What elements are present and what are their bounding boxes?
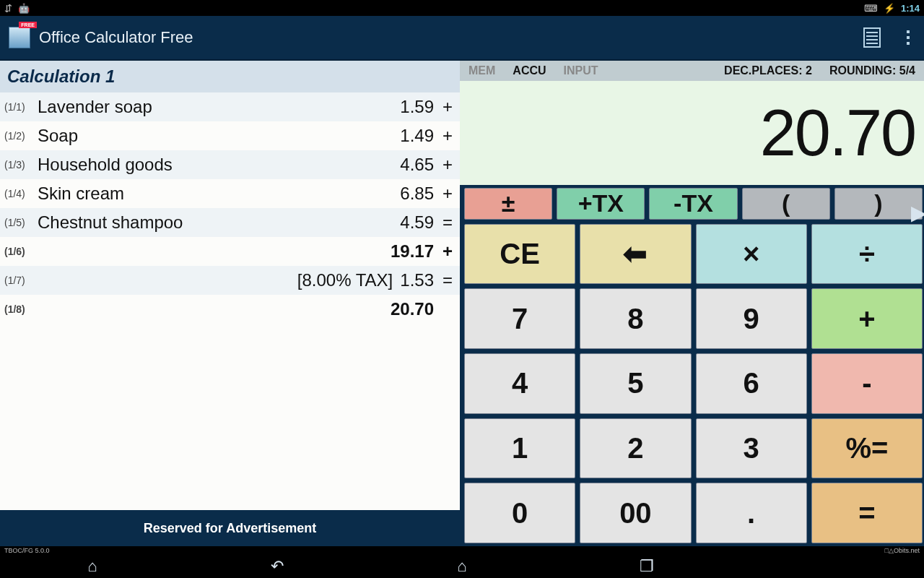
- android-icon: 🤖: [18, 3, 30, 14]
- digit-00-button[interactable]: 00: [580, 483, 691, 543]
- app-title: Office Calculator Free: [39, 28, 855, 47]
- tape-row[interactable]: (1/3)Household goods4.65+: [0, 150, 460, 179]
- digit-7-button[interactable]: 7: [464, 288, 575, 349]
- tape-row-label: Soap: [38, 126, 393, 146]
- multiply-button[interactable]: ×: [696, 224, 807, 285]
- digit-4-button[interactable]: 4: [464, 353, 575, 414]
- info-bar: MEM ACCU INPUT DEC.PLACES: 2 ROUNDING: 5…: [460, 61, 924, 81]
- plus-button[interactable]: +: [811, 288, 923, 349]
- tape-row-label: Lavender soap: [38, 97, 393, 117]
- nav-recent-button[interactable]: ❐: [625, 557, 668, 576]
- decimal-button[interactable]: .: [696, 483, 807, 543]
- app-icon: FREE: [9, 27, 30, 48]
- usb-icon: ⇵: [4, 3, 12, 14]
- keypad-next-icon[interactable]: ▶: [912, 191, 924, 234]
- tape-row-operator: +: [434, 97, 453, 117]
- tape-row-index: (1/4): [4, 188, 38, 199]
- tape-row-value: 4.59: [400, 212, 434, 233]
- tape-row-operator: +: [434, 155, 453, 175]
- info-accu[interactable]: ACCU: [504, 64, 554, 77]
- tape-row-note: [8.00% TAX]: [297, 270, 393, 290]
- digit-5-button[interactable]: 5: [580, 353, 691, 414]
- backspace-button[interactable]: ⬅: [580, 224, 691, 285]
- battery-icon: ⚡: [884, 3, 895, 14]
- tape-row[interactable]: (1/6)19.17+: [0, 237, 460, 266]
- tape-row-value: 4.65: [400, 155, 434, 175]
- tape-row-index: (1/8): [4, 303, 38, 315]
- footer-version: TBOC/FG 5.0.0: [4, 547, 50, 554]
- tape-row-label: Skin cream: [38, 184, 393, 204]
- overflow-menu-icon[interactable]: [901, 30, 915, 45]
- tape-row[interactable]: (1/8)20.70: [0, 295, 460, 324]
- app-bar: FREE Office Calculator Free: [0, 16, 924, 61]
- tape-rows[interactable]: (1/1)Lavender soap1.59+(1/2)Soap1.49+(1/…: [0, 92, 460, 510]
- tape-toggle-icon[interactable]: [863, 27, 881, 48]
- tape-row[interactable]: (1/4)Skin cream6.85+: [0, 179, 460, 208]
- digit-3-button[interactable]: 3: [696, 418, 807, 479]
- tape-row-value: 19.17: [391, 241, 434, 262]
- free-badge: FREE: [19, 22, 37, 28]
- tape-row-value: 20.70: [391, 299, 434, 319]
- footer-credit: □△Obits.net: [885, 547, 920, 554]
- tape-row-value: 1.53: [400, 270, 434, 290]
- digit-8-button[interactable]: 8: [580, 288, 691, 349]
- tape-row-operator: =: [434, 270, 453, 290]
- tape-row-index: (1/5): [4, 217, 38, 228]
- plus-tax-button[interactable]: +TX: [557, 188, 645, 220]
- tape-row-operator: =: [434, 212, 453, 233]
- tape-row[interactable]: (1/7)[8.00% TAX]1.53=: [0, 266, 460, 295]
- minus-tax-button[interactable]: -TX: [649, 188, 737, 220]
- tape-panel: Calculation 1 (1/1)Lavender soap1.59+(1/…: [0, 61, 460, 546]
- tape-row-index: (1/7): [4, 275, 38, 286]
- tape-row-index: (1/1): [4, 101, 38, 113]
- percent-equal-button[interactable]: %=: [811, 418, 923, 479]
- rparen-button[interactable]: ): [834, 188, 923, 220]
- footer-bar: TBOC/FG 5.0.0 □△Obits.net: [0, 546, 924, 555]
- minus-button[interactable]: -: [811, 353, 923, 414]
- tape-row-value: 6.85: [400, 184, 434, 204]
- digit-1-button[interactable]: 1: [464, 418, 575, 479]
- info-mem[interactable]: MEM: [460, 64, 504, 77]
- calculator-panel: MEM ACCU INPUT DEC.PLACES: 2 ROUNDING: 5…: [460, 61, 924, 546]
- nav-drawer-button[interactable]: ⌂: [71, 557, 114, 576]
- tape-row[interactable]: (1/5)Chestnut shampoo4.59=: [0, 208, 460, 237]
- tape-row-label: Chestnut shampoo: [38, 212, 393, 233]
- divide-button[interactable]: ÷: [811, 224, 923, 285]
- android-status-bar: ⇵ 🤖 ⌨ ⚡ 1:14: [0, 0, 924, 16]
- equals-button[interactable]: =: [811, 483, 923, 543]
- nav-home-button[interactable]: ⌂: [440, 557, 484, 576]
- main-content: Calculation 1 (1/1)Lavender soap1.59+(1/…: [0, 61, 924, 546]
- ad-placeholder: Reserved for Advertisement: [0, 510, 460, 546]
- tape-row-label: Household goods: [38, 155, 393, 175]
- calculation-title[interactable]: Calculation 1: [0, 61, 460, 92]
- tape-row-index: (1/6): [4, 246, 38, 257]
- digit-0-button[interactable]: 0: [464, 483, 575, 543]
- plus-minus-button[interactable]: ±: [464, 188, 552, 220]
- tape-row-index: (1/2): [4, 130, 38, 142]
- tape-row[interactable]: (1/2)Soap1.49+: [0, 121, 460, 150]
- lparen-button[interactable]: (: [742, 188, 830, 220]
- digit-6-button[interactable]: 6: [696, 353, 807, 414]
- digit-9-button[interactable]: 9: [696, 288, 807, 349]
- tape-row-operator: +: [434, 126, 453, 146]
- info-rounding[interactable]: ROUNDING: 5/4: [821, 64, 924, 77]
- clock-text: 1:14: [901, 3, 920, 14]
- keyboard-icon: ⌨: [864, 3, 878, 14]
- tape-row-value: 1.49: [400, 126, 434, 146]
- tape-row-operator: +: [434, 241, 453, 262]
- android-nav-bar: ⌂ ↶ ⌂ ❐: [0, 555, 924, 578]
- info-input[interactable]: INPUT: [555, 64, 607, 77]
- nav-back-button[interactable]: ↶: [256, 557, 299, 576]
- tape-row-value: 1.59: [400, 97, 434, 117]
- tape-row-operator: +: [434, 184, 453, 204]
- ce-button[interactable]: CE: [464, 224, 575, 285]
- calculator-display: 20.70: [460, 81, 924, 185]
- tape-row[interactable]: (1/1)Lavender soap1.59+: [0, 92, 460, 121]
- tape-row-index: (1/3): [4, 159, 38, 171]
- info-decplaces[interactable]: DEC.PLACES: 2: [715, 64, 821, 77]
- keypad: ▶ ± +TX -TX ( ) CE ⬅ × ÷ 7 8 9 + 4: [460, 185, 924, 546]
- digit-2-button[interactable]: 2: [580, 418, 691, 479]
